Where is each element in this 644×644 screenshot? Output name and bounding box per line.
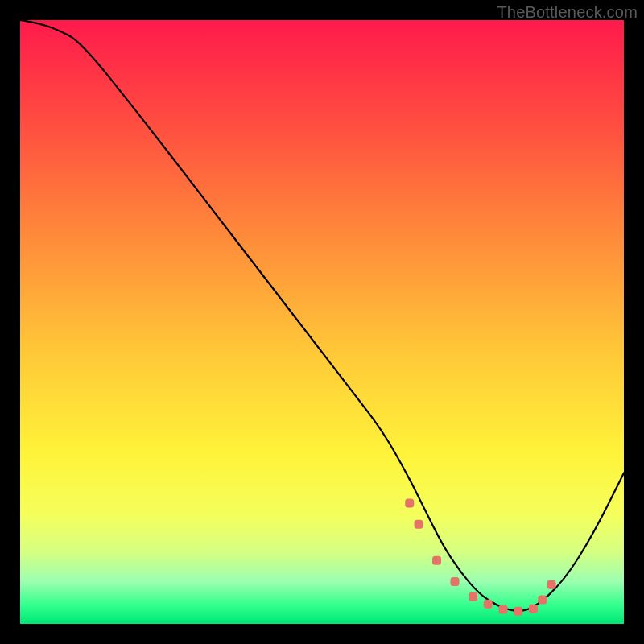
bottleneck-curve-layer (20, 20, 624, 624)
chart-root: TheBottleneck.com (0, 0, 644, 644)
watermark-text: TheBottleneck.com (497, 3, 638, 22)
curve-marker (405, 499, 414, 508)
curve-marker (451, 577, 460, 586)
plot-area (20, 20, 624, 624)
curve-marker (415, 520, 423, 529)
curve-marker (529, 605, 538, 613)
curve-marker (547, 580, 556, 589)
curve-marker (469, 592, 477, 601)
bottleneck-curve (20, 20, 624, 611)
curve-marker (484, 600, 493, 609)
curve-marker (432, 556, 441, 565)
curve-marker (538, 596, 547, 605)
curve-marker (499, 605, 508, 614)
curve-marker (514, 607, 522, 616)
